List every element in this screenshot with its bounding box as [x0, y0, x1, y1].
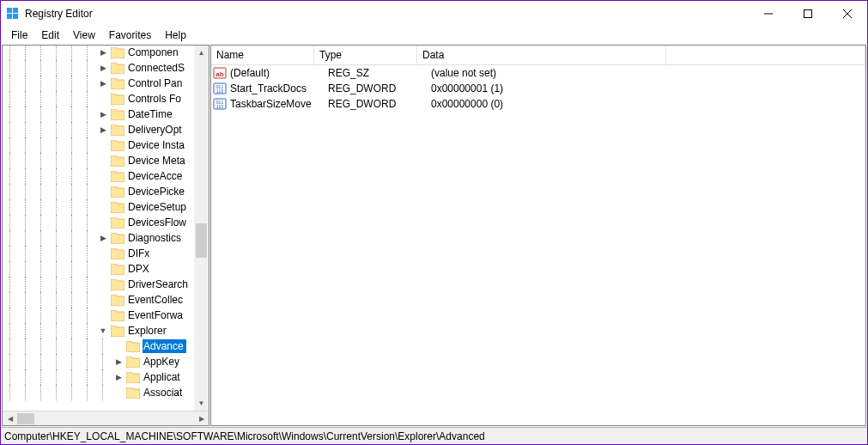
tree-item[interactable]: Controls Fo [3, 91, 191, 107]
window-title: Registry Editor [25, 8, 93, 20]
folder-icon [111, 78, 124, 89]
expand-toggle-icon[interactable] [97, 93, 109, 105]
scroll-thumb-h[interactable] [17, 413, 34, 424]
expand-toggle-icon[interactable]: ▶ [112, 356, 124, 368]
tree-item-label: DateTime [127, 107, 175, 121]
scroll-right-icon[interactable]: ▶ [194, 411, 209, 426]
scroll-thumb-v[interactable] [196, 223, 207, 258]
tree-item-label: EventForwa [127, 308, 185, 322]
menu-edit[interactable]: Edit [34, 27, 66, 43]
expand-toggle-icon[interactable] [97, 294, 109, 306]
folder-icon [111, 326, 124, 337]
tree-item-label: DeliveryOpt [127, 123, 185, 137]
tree-item-label: Explorer [127, 324, 169, 338]
expand-toggle-icon[interactable] [97, 263, 109, 275]
expand-toggle-icon[interactable] [97, 170, 109, 182]
folder-icon [111, 171, 124, 182]
list-body[interactable]: ab(Default)REG_SZ(value not set)011110St… [211, 65, 865, 425]
list-row[interactable]: 011110Start_TrackDocsREG_DWORD0x00000001… [211, 81, 865, 96]
value-type: REG_DWORD [328, 82, 431, 94]
close-button[interactable] [828, 1, 867, 27]
expand-toggle-icon[interactable] [97, 186, 109, 198]
tree-item[interactable]: DriverSearch [3, 277, 191, 292]
tree-item-label: DevicesFlow [127, 216, 189, 229]
expand-toggle-icon[interactable]: ▶ [112, 371, 124, 383]
tree-item[interactable]: ▶ConnectedS [3, 60, 191, 76]
tree-body[interactable]: ▶Componen▶ConnectedS▶Control PanControls… [3, 46, 194, 411]
folder-icon [126, 372, 140, 383]
tree-scrollbar-vertical[interactable]: ▲ ▼ [194, 46, 209, 411]
value-type-icon: 011110 [213, 97, 227, 111]
svg-text:110: 110 [216, 104, 224, 109]
expand-toggle-icon[interactable]: ▶ [97, 124, 109, 136]
expand-toggle-icon[interactable] [97, 247, 109, 259]
value-name: TaskbarSizeMove [230, 98, 328, 110]
svg-text:110: 110 [216, 88, 224, 94]
expand-toggle-icon[interactable] [112, 387, 124, 399]
expand-toggle-icon[interactable] [97, 216, 109, 229]
tree-item[interactable]: Advance [3, 338, 191, 354]
tree-item[interactable]: DevicePicke [3, 184, 191, 199]
tree-item[interactable]: EventCollec [3, 292, 191, 308]
folder-icon [111, 264, 124, 275]
tree-item[interactable]: ▼Explorer [3, 323, 191, 338]
value-data: 0x00000001 (1) [431, 82, 680, 94]
tree-scrollbar-horizontal[interactable]: ◀ ▶ [3, 411, 209, 425]
expand-toggle-icon[interactable] [97, 201, 109, 213]
tree-item[interactable]: DevicesFlow [3, 215, 191, 230]
tree-item[interactable]: DeviceSetup [3, 199, 191, 215]
tree-item[interactable]: ▶Diagnostics [3, 230, 191, 246]
tree-item[interactable]: ▶Componen [3, 46, 191, 60]
tree-item[interactable]: ▶DeliveryOpt [3, 122, 191, 137]
tree-item[interactable]: DeviceAcce [3, 168, 191, 184]
expand-toggle-icon[interactable]: ▼ [97, 325, 109, 337]
scroll-left-icon[interactable]: ◀ [3, 411, 17, 426]
tree-item[interactable]: EventForwa [3, 308, 191, 323]
maximize-button[interactable] [788, 1, 828, 27]
tree-item[interactable]: Associat [3, 385, 191, 400]
expand-toggle-icon[interactable] [112, 340, 124, 352]
folder-icon [111, 155, 124, 167]
tree-item[interactable]: DPX [3, 261, 191, 277]
expand-toggle-icon[interactable] [97, 155, 109, 167]
expand-toggle-icon[interactable] [97, 278, 109, 290]
tree-item[interactable]: ▶DateTime [3, 107, 191, 122]
regedit-icon [6, 7, 20, 21]
tree-item[interactable]: Device Insta [3, 137, 191, 153]
svg-rect-3 [13, 14, 18, 19]
scroll-down-icon[interactable]: ▼ [194, 396, 209, 411]
value-type-icon: 011110 [213, 82, 227, 95]
menu-favorites[interactable]: Favorites [102, 27, 158, 43]
folder-icon [111, 217, 124, 229]
folder-icon [111, 248, 124, 259]
expand-toggle-icon[interactable]: ▶ [97, 77, 109, 89]
col-header-name[interactable]: Name [211, 46, 314, 64]
expand-toggle-icon[interactable]: ▶ [97, 62, 109, 74]
minimize-button[interactable] [749, 1, 788, 27]
tree-item-label: Controls Fo [127, 92, 184, 106]
expand-toggle-icon[interactable]: ▶ [97, 108, 109, 120]
tree-item[interactable]: Device Meta [3, 153, 191, 168]
menu-view[interactable]: View [66, 27, 102, 43]
tree-item[interactable]: DIFx [3, 246, 191, 261]
expand-toggle-icon[interactable]: ▶ [97, 232, 109, 244]
expand-toggle-icon[interactable]: ▶ [97, 46, 109, 58]
list-row[interactable]: ab(Default)REG_SZ(value not set) [211, 65, 865, 81]
scroll-up-icon[interactable]: ▲ [194, 46, 209, 60]
menu-help[interactable]: Help [158, 27, 193, 43]
tree-item-label: Advance [143, 339, 186, 353]
list-row[interactable]: 011110TaskbarSizeMoveREG_DWORD0x00000000… [211, 96, 865, 112]
expand-toggle-icon[interactable] [97, 139, 109, 151]
col-header-type[interactable]: Type [314, 46, 417, 64]
tree-item-label: DIFx [127, 247, 152, 260]
expand-toggle-icon[interactable] [97, 309, 109, 321]
menu-file[interactable]: File [4, 27, 34, 43]
svg-text:ab: ab [215, 70, 223, 78]
tree-item[interactable]: ▶AppKey [3, 354, 191, 369]
value-type: REG_SZ [328, 67, 431, 79]
col-header-data[interactable]: Data [417, 46, 666, 64]
tree-item[interactable]: ▶Applicat [3, 369, 191, 385]
tree-item[interactable]: ▶Control Pan [3, 76, 191, 91]
titlebar: Registry Editor [1, 1, 867, 27]
menubar: File Edit View Favorites Help [1, 27, 867, 44]
